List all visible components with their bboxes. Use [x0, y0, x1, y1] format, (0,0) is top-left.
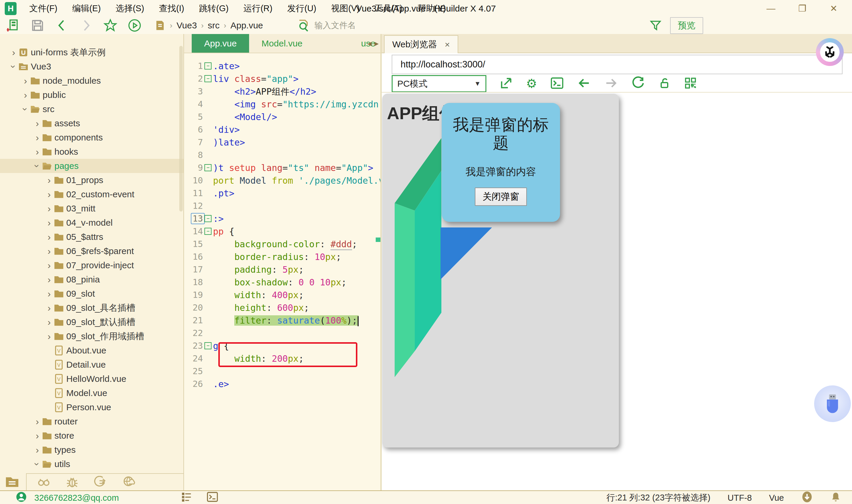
code-line-18[interactable]: 18 box-shadow: 0 0 10px;: [184, 276, 380, 289]
tree-item-pages[interactable]: ›pages: [0, 159, 183, 173]
tree-item-uni-forms-表单示例[interactable]: ›uni-forms 表单示例: [0, 45, 183, 59]
tree-item-HelloWorld-vue[interactable]: VHelloWorld.vue: [0, 372, 183, 386]
account-avatar-icon[interactable]: [15, 491, 27, 504]
chevron-right-icon[interactable]: ›: [45, 244, 53, 258]
code-line-4[interactable]: 4 <img src="https://img.yzcdn.cn: [184, 98, 380, 111]
chevron-right-icon[interactable]: ›: [45, 230, 53, 244]
chevron-right-icon[interactable]: ›: [33, 414, 41, 429]
chevron-right-icon[interactable]: ›: [33, 429, 41, 443]
menu-item-5[interactable]: 跳转(G): [192, 0, 236, 17]
explorer-folder-icon[interactable]: [5, 475, 19, 489]
chevron-right-icon[interactable]: ›: [33, 443, 41, 457]
code-line-9[interactable]: 9−)t setup lang="ts" name="App">: [184, 162, 380, 174]
breadcrumb-folder[interactable]: src: [208, 20, 219, 31]
fold-marker-icon[interactable]: −: [204, 215, 212, 222]
nav-back-icon[interactable]: [577, 77, 591, 91]
chevron-right-icon[interactable]: ›: [33, 116, 41, 130]
code-area[interactable]: 1−.ate>2−liv class="app">3 <h2>APP组件</h2…: [184, 53, 380, 490]
code-line-5[interactable]: 5 <Model/>: [184, 111, 380, 123]
code-line-19[interactable]: 19 width: 400px;: [184, 289, 380, 301]
encoding[interactable]: UTF-8: [727, 493, 752, 503]
cursor-position[interactable]: 行:21 列:32 (23字符被选择): [606, 492, 710, 504]
menu-item-4[interactable]: 查找(I): [151, 0, 192, 17]
tree-item-09_slot_默认插槽[interactable]: ›09_slot_默认插槽: [0, 315, 183, 329]
chevron-right-icon[interactable]: ›: [33, 145, 41, 159]
debug-bug-icon[interactable]: [66, 476, 79, 489]
tree-item-assets[interactable]: ›assets: [0, 116, 183, 130]
tree-item-02_custom-event[interactable]: ›02_custom-event: [0, 187, 183, 201]
tree-item-hooks[interactable]: ›hooks: [0, 145, 183, 159]
outline-list-icon[interactable]: [181, 491, 192, 504]
code-line-21[interactable]: 21 filter: saturate(100%);: [184, 314, 380, 327]
tree-item-types[interactable]: ›types: [0, 443, 183, 457]
tree-item-store[interactable]: ›store: [0, 429, 183, 443]
tree-item-01_props[interactable]: ›01_props: [0, 173, 183, 187]
tree-item-router[interactable]: ›router: [0, 414, 183, 429]
tree-item-components[interactable]: ›components: [0, 130, 183, 145]
console-terminal-icon[interactable]: [550, 76, 564, 91]
filter-funnel-icon[interactable]: [649, 19, 663, 32]
tree-item-09_slot_具名插槽[interactable]: ›09_slot_具名插槽: [0, 301, 183, 315]
export-run-icon[interactable]: [94, 476, 107, 489]
code-line-11[interactable]: 11.pt>: [184, 187, 380, 200]
search-tool-icon[interactable]: [37, 476, 50, 489]
code-line-17[interactable]: 17 padding: 5px;: [184, 263, 380, 276]
restore-icon[interactable]: ❐: [796, 3, 809, 14]
browser-tab[interactable]: Web浏览器 ×: [384, 35, 458, 53]
tree-item-utils[interactable]: ›utils: [0, 457, 183, 471]
code-line-14[interactable]: 14−pp {: [184, 225, 380, 238]
menu-item-7[interactable]: 发行(U): [280, 0, 324, 17]
favorite-star-icon[interactable]: [104, 19, 117, 32]
usb-device-badge[interactable]: [814, 385, 851, 422]
code-line-3[interactable]: 3 <h2>APP组件</h2>: [184, 85, 380, 98]
minimize-icon[interactable]: —: [764, 3, 777, 14]
run-icon[interactable]: [128, 19, 141, 32]
browser-tab-close-icon[interactable]: ×: [445, 40, 450, 50]
nav-forward-icon[interactable]: [604, 77, 618, 91]
fold-marker-icon[interactable]: −: [204, 62, 212, 70]
fold-marker-icon[interactable]: −: [204, 75, 212, 82]
fold-marker-icon[interactable]: −: [204, 228, 212, 235]
notification-bell-icon[interactable]: [830, 491, 841, 504]
editor-tab-app-vue[interactable]: App.vue: [192, 34, 249, 53]
breadcrumb-project[interactable]: Vue3: [177, 20, 197, 31]
update-download-icon[interactable]: [801, 491, 813, 504]
terminal-status-icon[interactable]: [206, 491, 218, 504]
tree-item-07_provide-inject[interactable]: ›07_provide-inject: [0, 258, 183, 272]
menu-item-1[interactable]: 文件(F): [22, 0, 65, 17]
chevron-right-icon[interactable]: ›: [45, 287, 53, 301]
code-line-26[interactable]: 26.e>: [184, 378, 380, 391]
code-line-12[interactable]: 12: [184, 200, 380, 212]
editor-tab-model-vue[interactable]: Model.vue: [249, 34, 315, 53]
tree-item-Detail-vue[interactable]: VDetail.vue: [0, 358, 183, 372]
menu-item-6[interactable]: 运行(R): [236, 0, 280, 17]
code-line-7[interactable]: 7)late>: [184, 136, 380, 149]
tree-item-09_slot_作用域插槽[interactable]: ›09_slot_作用域插槽: [0, 329, 183, 343]
tree-item-public[interactable]: ›public: [0, 88, 183, 102]
unlock-icon[interactable]: [658, 76, 671, 91]
code-line-20[interactable]: 20 height: 600px;: [184, 301, 380, 314]
device-mode-select[interactable]: PC模式 ▼: [392, 75, 486, 92]
sidebar-scrollbar[interactable]: [179, 46, 183, 212]
chevron-right-icon[interactable]: ›: [45, 301, 53, 315]
tree-item-About-vue[interactable]: VAbout.vue: [0, 343, 183, 358]
code-line-1[interactable]: 1−.ate>: [184, 60, 380, 72]
chevron-right-icon[interactable]: ›: [45, 216, 53, 230]
chevron-right-icon[interactable]: ›: [45, 258, 53, 272]
search-input[interactable]: 输入文件名: [314, 20, 356, 31]
code-line-13[interactable]: 13−:>: [184, 212, 380, 225]
code-line-15[interactable]: 15 background-color: #ddd;: [184, 238, 380, 251]
menu-item-2[interactable]: 编辑(E): [65, 0, 108, 17]
web-globe-icon[interactable]: [123, 476, 135, 489]
tree-item-06_$refs-$parent[interactable]: ›06_$refs-$parent: [0, 244, 183, 258]
chevron-right-icon[interactable]: ›: [10, 45, 17, 59]
code-line-22[interactable]: 22: [184, 327, 380, 340]
code-line-16[interactable]: 16 border-radius: 10px;: [184, 251, 380, 263]
qr-code-icon[interactable]: [684, 77, 697, 91]
tree-item-08_pinia[interactable]: ›08_pinia: [0, 272, 183, 287]
tree-item-05_$attrs[interactable]: ›05_$attrs: [0, 230, 183, 244]
account-email[interactable]: 3266762823@qq.com: [34, 493, 119, 503]
url-bar[interactable]: http://localhost:3000/: [392, 55, 842, 74]
code-line-2[interactable]: 2−liv class="app">: [184, 72, 380, 85]
tree-item-Vue3[interactable]: ›Vue3: [0, 59, 183, 74]
